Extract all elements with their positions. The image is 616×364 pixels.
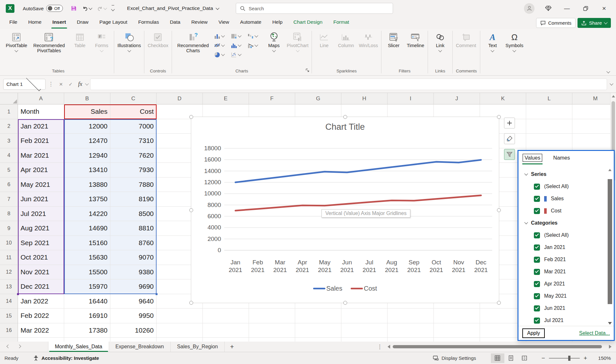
- apply-button[interactable]: Apply: [522, 328, 545, 338]
- row-header-7[interactable]: 7: [0, 192, 18, 207]
- cell-J17[interactable]: [434, 338, 480, 342]
- feature-gem-button[interactable]: [543, 4, 553, 13]
- undo-button[interactable]: [82, 5, 92, 12]
- cell-C1[interactable]: Cost: [110, 104, 157, 119]
- row-header-15[interactable]: 15: [0, 309, 18, 323]
- sheet-tab-expense-breakdown[interactable]: Expense_Breakdown: [109, 342, 171, 352]
- cell-L2[interactable]: [526, 119, 572, 134]
- column-header-c[interactable]: C: [110, 93, 157, 104]
- row-header-4[interactable]: 4: [0, 148, 18, 163]
- legend-item-cost[interactable]: Cost: [351, 285, 377, 292]
- tab-page-layout[interactable]: Page Layout: [94, 17, 133, 29]
- zoom-out-icon[interactable]: −: [540, 355, 546, 362]
- cell-C6[interactable]: 7880: [110, 178, 157, 192]
- recommended-charts-button[interactable]: ? Recommended Charts: [173, 30, 213, 53]
- display-settings-button[interactable]: Display Settings: [433, 355, 476, 361]
- formula-bar-options-icon[interactable]: ⋮: [48, 81, 54, 87]
- sheet-tab-monthly-sales-data[interactable]: Monthly_Sales_Data: [48, 342, 109, 352]
- cell-H15[interactable]: [341, 309, 388, 323]
- chart-handle-n[interactable]: [343, 115, 347, 119]
- chart-handle-se[interactable]: [497, 301, 501, 305]
- sheet-nav-next-icon[interactable]: [17, 344, 21, 348]
- cell-E15[interactable]: [203, 309, 249, 323]
- series-section[interactable]: Series: [525, 168, 605, 180]
- row-header-13[interactable]: 13: [0, 279, 18, 294]
- minimize-button[interactable]: —: [562, 4, 572, 13]
- column-header-f[interactable]: F: [249, 93, 295, 104]
- legend-item-sales[interactable]: Sales: [313, 285, 342, 292]
- select-data-link[interactable]: Select Data...: [579, 330, 610, 336]
- zoom-slider-thumb[interactable]: [568, 356, 570, 361]
- recommended-pivottables-button[interactable]: ? Recommended PivotTables: [29, 30, 69, 53]
- zoom-in-icon[interactable]: +: [582, 355, 588, 362]
- tab-home[interactable]: Home: [23, 17, 47, 29]
- collapse-ribbon-icon[interactable]: [606, 70, 610, 73]
- zoom-level[interactable]: 150%: [593, 355, 611, 361]
- checkbox-checked-icon[interactable]: [534, 305, 540, 311]
- tab-help[interactable]: Help: [267, 17, 288, 29]
- sheet-tab-sales-by-region[interactable]: Sales_By_Region: [171, 342, 225, 352]
- pie-chart-button[interactable]: [213, 50, 230, 59]
- row-header-11[interactable]: 11: [0, 250, 18, 265]
- filter-item-may-2021[interactable]: May 2021: [525, 290, 605, 302]
- checkbox-checked-icon[interactable]: [534, 257, 540, 263]
- chart-handle-s[interactable]: [343, 301, 347, 305]
- cell-C17[interactable]: [110, 338, 157, 342]
- column-header-k[interactable]: K: [480, 93, 526, 104]
- charts-dialog-launcher[interactable]: [305, 68, 310, 73]
- cell-B14[interactable]: 16440: [64, 294, 110, 309]
- column-header-d[interactable]: D: [157, 93, 203, 104]
- checkbox-checked-icon[interactable]: [534, 184, 540, 190]
- row-header-9[interactable]: 9: [0, 221, 18, 236]
- tab-file[interactable]: File: [4, 17, 23, 29]
- cell-F16[interactable]: [249, 323, 295, 338]
- timeline-button[interactable]: Timeline: [405, 30, 426, 48]
- cell-B6[interactable]: 13880: [64, 178, 110, 192]
- cell-I15[interactable]: [388, 309, 434, 323]
- row-header-5[interactable]: 5: [0, 163, 18, 178]
- normal-view-button[interactable]: [491, 353, 504, 363]
- checkbox-checked-icon[interactable]: [534, 293, 540, 299]
- cell-L1[interactable]: [526, 104, 572, 119]
- tab-review[interactable]: Review: [186, 17, 213, 29]
- cell-A13[interactable]: Dec 2021: [18, 279, 64, 294]
- name-box[interactable]: Chart 1: [3, 79, 46, 90]
- cell-A15[interactable]: Feb 2022: [18, 309, 64, 323]
- cell-B10[interactable]: 15160: [64, 236, 110, 251]
- cell-J15[interactable]: [434, 309, 480, 323]
- page-layout-view-button[interactable]: [504, 353, 518, 363]
- horizontal-scroll-thumb[interactable]: [393, 345, 602, 348]
- cell-I16[interactable]: [388, 323, 434, 338]
- waterfall-chart-button[interactable]: [246, 31, 263, 41]
- sheetbar-options-icon[interactable]: ⋮: [372, 342, 388, 352]
- filter-item-jun-2021[interactable]: Jun 2021: [525, 302, 605, 314]
- cell-B3[interactable]: 12470: [64, 134, 110, 148]
- chart-handle-ne[interactable]: [497, 115, 501, 119]
- column-header-e[interactable]: E: [203, 93, 249, 104]
- cell-C11[interactable]: 9070: [110, 250, 157, 265]
- cell-I17[interactable]: [388, 338, 434, 342]
- tab-format[interactable]: Format: [328, 17, 355, 29]
- filter-item-mar-2021[interactable]: Mar 2021: [525, 266, 605, 278]
- cell-F17[interactable]: [249, 338, 295, 342]
- cell-B1[interactable]: Sales: [64, 104, 110, 119]
- row-header-6[interactable]: 6: [0, 178, 18, 192]
- cell-B15[interactable]: 16910: [64, 309, 110, 323]
- chart-handle-sw[interactable]: [189, 301, 193, 305]
- scroll-right-icon[interactable]: [609, 345, 612, 349]
- filter-item-select-all[interactable]: (Select All): [525, 180, 605, 193]
- cell-D15[interactable]: [157, 309, 203, 323]
- accessibility-status[interactable]: Accessibility: Investigate: [33, 355, 99, 361]
- filter-item-sales[interactable]: Sales: [525, 193, 605, 205]
- filter-item-jan-2021[interactable]: Jan 2021: [525, 241, 605, 253]
- filters-scrollbar[interactable]: [607, 168, 612, 325]
- series-line-cost[interactable]: [235, 195, 481, 211]
- insert-function-button[interactable]: fx: [75, 79, 85, 89]
- cell-A14[interactable]: Jan 2022: [18, 294, 64, 309]
- cell-A10[interactable]: Sep 2021: [18, 236, 64, 251]
- checkbox-checked-icon[interactable]: [534, 208, 540, 214]
- page-break-view-button[interactable]: [518, 353, 531, 363]
- scroll-up-icon[interactable]: [612, 95, 615, 97]
- column-chart-button[interactable]: [213, 31, 230, 41]
- tab-data[interactable]: Data: [164, 17, 186, 29]
